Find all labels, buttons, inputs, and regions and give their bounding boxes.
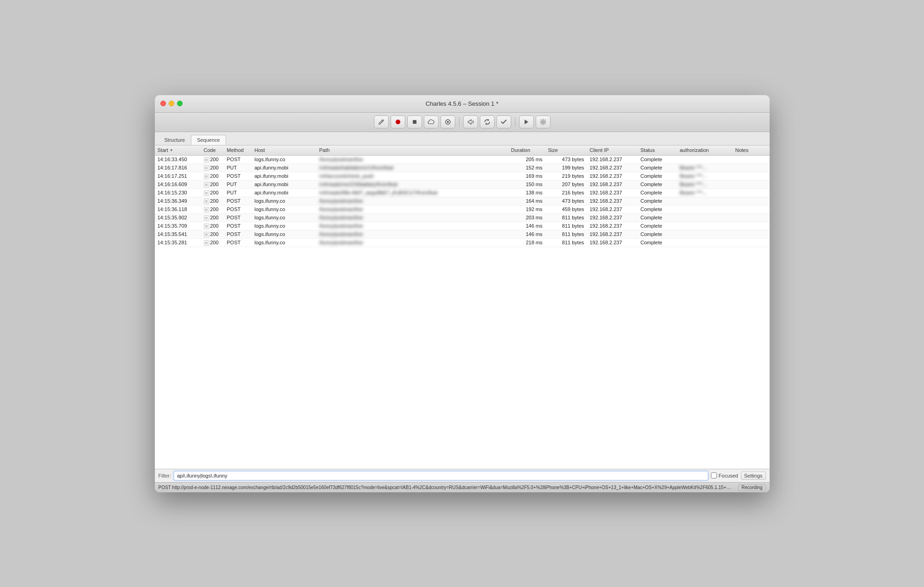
row-icon: ≡ [204, 182, 209, 188]
cell-clientip: 192.168.2.237 [587, 172, 638, 180]
cell-path: /v4/reads/habitation/c/1/from/feat [317, 164, 508, 171]
cell-duration: 150 ms [508, 181, 545, 188]
stop-button[interactable] [407, 115, 422, 128]
cell-auth: Bearer ***... [677, 181, 733, 188]
cell-status: Complete [638, 197, 677, 205]
cell-size: 811 bytes [545, 230, 587, 238]
cell-duration: 205 ms [508, 156, 545, 163]
toolbar [155, 113, 770, 132]
cell-method: PUT [224, 164, 252, 171]
title-bar: Charles 4.5.6 – Session 1 * [155, 95, 770, 113]
check-button[interactable] [496, 115, 511, 128]
row-icon: ≡ [204, 207, 209, 212]
focused-checkbox[interactable]: Focused [711, 472, 738, 478]
cell-clientip: 192.168.2.237 [587, 197, 638, 205]
table-row[interactable]: 14:15:35.541 ≡200 POST logs.ifunny.co /f… [155, 230, 770, 239]
cell-notes [733, 158, 770, 160]
cell-path: /funny/postman/live [317, 156, 508, 163]
cell-path: /v4/reads/96b-4b07_aeguBbE7_jFyB3Ci17/fr… [317, 189, 508, 196]
tab-structure[interactable]: Structure [159, 135, 191, 145]
cell-method: PUT [224, 181, 252, 188]
cell-host: logs.ifunny.co [252, 230, 317, 238]
pen-button[interactable] [374, 115, 389, 128]
table-row[interactable]: 14:15:36.349 ≡200 POST logs.ifunny.co /f… [155, 197, 770, 206]
table-row[interactable]: 14:15:35.709 ≡200 POST logs.ifunny.co /f… [155, 222, 770, 230]
cell-code: ≡200 [201, 181, 224, 188]
svg-point-4 [542, 121, 544, 123]
table-header: Start ▼ Code Method Host Path Duration S… [155, 145, 770, 156]
table-body: 14:16:33.450 ≡200 POST logs.ifunny.co /f… [155, 156, 770, 469]
col-header-host[interactable]: Host [252, 147, 317, 153]
cell-size: 459 bytes [545, 206, 587, 213]
cell-duration: 146 ms [508, 230, 545, 238]
cell-clientip: 192.168.2.237 [587, 181, 638, 188]
filter-input[interactable] [174, 471, 708, 480]
status-bar: POST http://prod-e-node-1112.nexage.com/… [155, 482, 770, 492]
cell-host: logs.ifunny.co [252, 206, 317, 213]
col-header-notes[interactable]: Notes [733, 147, 770, 153]
col-header-path[interactable]: Path [317, 147, 508, 153]
col-header-auth[interactable]: authorization [677, 147, 733, 153]
row-icon: ≡ [204, 157, 209, 163]
reload-button[interactable] [480, 115, 495, 128]
table-row[interactable]: 14:16:17.816 ≡200 PUT api.ifunny.mobi /v… [155, 164, 770, 172]
play-button[interactable] [519, 115, 534, 128]
cell-status: Complete [638, 214, 677, 221]
svg-rect-1 [413, 120, 416, 124]
cell-auth: Bearer ***... [677, 172, 733, 180]
cloud-button[interactable] [424, 115, 439, 128]
cell-start: 14:15:36.349 [155, 197, 201, 205]
table-row[interactable]: 14:15:35.902 ≡200 POST logs.ifunny.co /f… [155, 214, 770, 222]
cell-duration: 152 ms [508, 164, 545, 171]
cell-path: /v4/account/check_push [317, 172, 508, 180]
col-header-method[interactable]: Method [224, 147, 252, 153]
row-icon: ≡ [204, 174, 209, 179]
maximize-button[interactable] [177, 101, 183, 106]
table-row[interactable]: 14:16:33.450 ≡200 POST logs.ifunny.co /f… [155, 156, 770, 164]
focused-label: Focused [719, 473, 738, 478]
filter-label: Filter: [159, 473, 171, 478]
svg-point-0 [396, 120, 400, 124]
recording-badge: Recording [738, 484, 766, 491]
svg-point-9 [540, 120, 541, 121]
close-button[interactable] [160, 101, 166, 106]
tab-sequence[interactable]: Sequence [191, 135, 226, 145]
table-row[interactable]: 14:16:16.609 ≡200 PUT api.ifunny.mobi /v… [155, 181, 770, 189]
cell-clientip: 192.168.2.237 [587, 222, 638, 230]
col-header-status[interactable]: Status [638, 147, 677, 153]
cell-status: Complete [638, 181, 677, 188]
content-area: Start ▼ Code Method Host Path Duration S… [155, 145, 770, 482]
settings-button-filter[interactable]: Settings [741, 472, 766, 480]
col-header-start[interactable]: Start ▼ [155, 147, 201, 153]
cell-path: /funny/postman/live [317, 230, 508, 238]
cell-status: Complete [638, 164, 677, 171]
cell-host: logs.ifunny.co [252, 156, 317, 163]
cell-host: api.ifunny.mobi [252, 172, 317, 180]
cell-size: 199 bytes [545, 164, 587, 171]
table-row[interactable]: 14:15:35.281 ≡200 POST logs.ifunny.co /f… [155, 239, 770, 247]
minimize-button[interactable] [169, 101, 174, 106]
cell-host: api.ifunny.mobi [252, 164, 317, 171]
cell-notes [733, 242, 770, 243]
col-header-code[interactable]: Code [201, 147, 224, 153]
cell-code: ≡200 [201, 222, 224, 230]
svg-point-6 [543, 124, 544, 125]
settings-button[interactable] [536, 115, 551, 128]
cell-size: 811 bytes [545, 222, 587, 230]
col-header-duration[interactable]: Duration [508, 147, 545, 153]
table-row[interactable]: 14:16:15.230 ≡200 PUT api.ifunny.mobi /v… [155, 189, 770, 197]
cell-clientip: 192.168.2.237 [587, 189, 638, 196]
cell-duration: 164 ms [508, 197, 545, 205]
circle-button[interactable] [441, 115, 455, 128]
cell-size: 811 bytes [545, 214, 587, 221]
record-button[interactable] [391, 115, 405, 128]
arrow-button[interactable] [463, 115, 478, 128]
table-row[interactable]: 14:15:36.118 ≡200 POST logs.ifunny.co /f… [155, 206, 770, 214]
cell-auth [677, 225, 733, 227]
cell-auth [677, 200, 733, 202]
cell-clientip: 192.168.2.237 [587, 239, 638, 246]
focused-checkbox-input[interactable] [711, 472, 717, 478]
col-header-size[interactable]: Size [545, 147, 587, 153]
col-header-clientip[interactable]: Client IP [587, 147, 638, 153]
table-row[interactable]: 14:16:17.251 ≡200 POST api.ifunny.mobi /… [155, 172, 770, 181]
